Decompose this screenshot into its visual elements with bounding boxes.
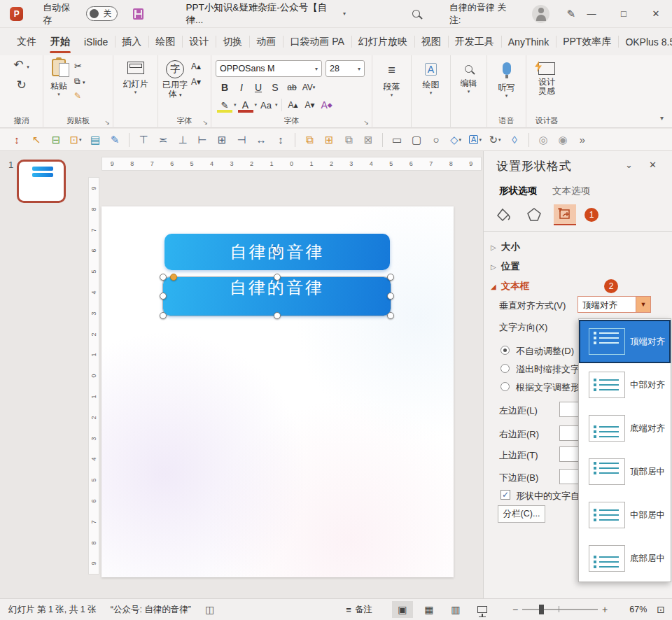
rectangle-shape-icon[interactable]: ▭ — [387, 132, 407, 148]
decrease-font-icon[interactable]: A▾ — [191, 77, 201, 87]
wrap-text-checkbox[interactable]: ✓ — [500, 490, 510, 500]
slide-canvas[interactable]: 自律的音律 自律的音律 ↻ — [102, 206, 454, 577]
merge-shapes-icon[interactable]: ◎ — [533, 132, 553, 148]
zoom-in-button[interactable]: + — [598, 604, 612, 615]
used-fonts-dialog-launcher[interactable]: ↘ — [202, 119, 208, 126]
undo-button[interactable]: ↶ ▾ — [0, 59, 43, 73]
change-case-button[interactable]: Aa — [258, 97, 274, 113]
effects-icon[interactable] — [523, 204, 545, 225]
copy-icon[interactable]: ⧉ ▾ — [74, 76, 85, 86]
tab-幻灯片放映[interactable]: 幻灯片放映 — [351, 28, 414, 55]
selection-handle[interactable] — [387, 293, 394, 300]
font-name-select[interactable]: OPPOSans M▾ — [216, 60, 322, 77]
redo-button[interactable]: ↻ — [0, 79, 43, 92]
autosave-toggle[interactable]: 关 — [86, 6, 117, 21]
slideshow-button[interactable] — [472, 601, 493, 618]
valign-option-中部居中[interactable]: 中部居中 — [579, 493, 671, 537]
tab-AnyThink[interactable]: AnyThink — [501, 28, 556, 55]
tab-口袋动画 PA[interactable]: 口袋动画 PA — [283, 28, 351, 55]
adjust-handle[interactable] — [170, 274, 177, 281]
section-size[interactable]: ▷大小 — [491, 241, 520, 253]
valign-option-中部对齐[interactable]: 中部对齐 — [579, 363, 671, 407]
bold-button[interactable]: B — [217, 80, 232, 95]
more-shapes-icon[interactable]: ◇▾ — [446, 132, 465, 148]
tab-text-options[interactable]: 文本选项 — [552, 185, 590, 197]
tab-动画[interactable]: 动画 — [249, 28, 283, 55]
tab-开发工具[interactable]: 开发工具 — [448, 28, 501, 55]
zoom-out-button[interactable]: − — [508, 604, 522, 615]
slide-layout-icon[interactable]: ▤ — [85, 132, 105, 148]
close-button[interactable]: ✕ — [640, 0, 672, 28]
selection-handle[interactable] — [160, 312, 167, 319]
selection-handle[interactable] — [160, 274, 167, 281]
tab-shape-options[interactable]: 形状选项 — [499, 185, 537, 197]
tab-绘图[interactable]: 绘图 — [148, 28, 182, 55]
tab-切换[interactable]: 切换 — [216, 28, 249, 55]
bring-to-front-icon[interactable]: ⊞ — [319, 132, 339, 148]
tab-设计[interactable]: 设计 — [182, 28, 216, 55]
columns-button[interactable]: 分栏(C)... — [498, 505, 545, 523]
used-fonts-button[interactable]: 字 已用字 体 ▾ — [162, 59, 188, 99]
valign-option-底部居中[interactable]: 底部居中 — [579, 537, 671, 580]
account-text[interactable]: 自律的音律 关注: — [449, 1, 516, 27]
drawing-button[interactable]: A 绘图 ▾ — [412, 59, 450, 95]
tab-视图[interactable]: 视图 — [414, 28, 448, 55]
ellipse-shape-icon[interactable]: ○ — [426, 132, 446, 148]
text-box-icon[interactable]: A▾ — [465, 132, 485, 148]
shrink-font-button[interactable]: A▾ — [302, 97, 318, 113]
format-painter-icon[interactable]: ✎ — [74, 91, 85, 101]
select-object-icon[interactable]: ↖ — [27, 132, 46, 148]
paste-button[interactable]: 粘贴 ▾ — [50, 59, 67, 101]
save-icon[interactable] — [133, 8, 144, 20]
tab-iSlide[interactable]: iSlide — [77, 28, 115, 55]
valign-option-顶部居中[interactable]: 顶部居中 — [579, 450, 671, 493]
title-caret-icon[interactable]: ▾ — [343, 10, 346, 17]
font-dialog-launcher[interactable]: ↘ — [363, 119, 369, 126]
distribute-horizontal-icon[interactable]: ↔ — [251, 132, 271, 148]
minimize-button[interactable]: — — [575, 0, 608, 28]
zoom-slider-thumb[interactable] — [539, 605, 544, 614]
reading-view-button[interactable]: ▥ — [445, 601, 466, 618]
cell-height-icon[interactable]: ↕ — [7, 132, 27, 148]
combine-shapes-icon[interactable]: ◉ — [553, 132, 573, 148]
radio-no-autofit-label[interactable]: 不自动调整(D) — [516, 345, 574, 358]
cut-icon[interactable]: ✂ — [74, 61, 85, 71]
edit-points-icon[interactable]: ◊ — [505, 132, 524, 148]
send-to-back-icon[interactable]: ⊠ — [358, 132, 378, 148]
toolbar-overflow-icon[interactable]: » — [573, 132, 592, 148]
paragraph-button[interactable]: ≡ 段落 ▾ — [372, 59, 411, 97]
avatar[interactable] — [532, 5, 550, 23]
notes-button[interactable]: ≡ 备注 — [346, 604, 372, 616]
tab-插入[interactable]: 插入 — [115, 28, 148, 55]
align-right-icon[interactable]: ⊣ — [232, 132, 251, 148]
valign-option-底端对齐[interactable]: 底端对齐 — [579, 407, 671, 450]
section-position[interactable]: ▷位置 — [491, 260, 520, 273]
selection-handle[interactable] — [387, 312, 394, 319]
shape-bottom-selected[interactable]: 自律的音律 — [163, 277, 391, 316]
align-vcenter-icon[interactable]: ≍ — [153, 132, 173, 148]
normal-view-button[interactable]: ▣ — [392, 601, 413, 618]
highlight-color-button[interactable]: ✎ — [217, 97, 232, 113]
align-hcenter-icon[interactable]: ⊞ — [212, 132, 232, 148]
radio-resize-shape[interactable] — [500, 382, 510, 391]
spell-check-icon[interactable]: ◫ — [205, 604, 214, 615]
radio-no-autofit[interactable] — [500, 346, 510, 355]
zoom-slider[interactable] — [522, 609, 598, 610]
grow-font-button[interactable]: A▴ — [286, 97, 301, 113]
format-painter-icon[interactable]: ✎ — [105, 132, 125, 148]
valign-dropdown[interactable]: 顶端对齐 ▼ — [578, 296, 651, 313]
clipboard-dialog-launcher[interactable]: ↘ — [104, 119, 110, 126]
slide-thumbnail[interactable] — [17, 160, 66, 203]
tab-文件[interactable]: 文件 — [10, 28, 43, 55]
italic-button[interactable]: I — [234, 80, 249, 95]
increase-font-icon[interactable]: A▴ — [191, 62, 201, 71]
clear-formatting-button[interactable]: A◆ — [319, 97, 335, 113]
distribute-vertical-icon[interactable]: ↕ — [271, 132, 290, 148]
new-slide-button[interactable]: 幻灯片 ▾ — [113, 59, 158, 94]
tab-PPT效率库[interactable]: PPT效率库 — [556, 28, 618, 55]
rounded-rectangle-icon[interactable]: ▢ — [407, 132, 426, 148]
dictate-button[interactable]: 听写 ▾ — [487, 59, 526, 98]
panel-close-icon[interactable]: ✕ — [649, 160, 657, 170]
valign-dropdown-arrow-icon[interactable]: ▼ — [636, 297, 650, 312]
font-size-select[interactable]: 28▾ — [326, 60, 365, 77]
